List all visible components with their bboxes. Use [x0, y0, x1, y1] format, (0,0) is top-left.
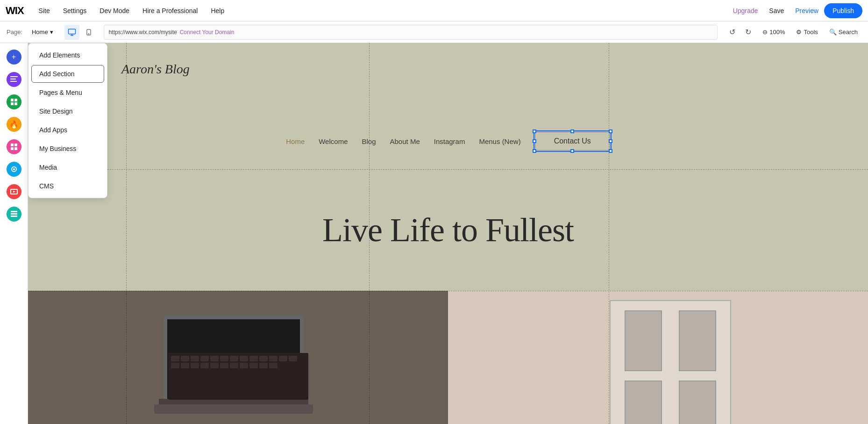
menu-cms[interactable]: CMS [31, 177, 104, 195]
add-elements-icon: + [7, 50, 21, 65]
menu-add-elements[interactable]: Add Elements [31, 46, 104, 64]
svg-rect-5 [10, 81, 17, 82]
hero-section: Live Life to Fullest [28, 169, 868, 291]
connect-domain-link[interactable]: Connect Your Domain [180, 29, 235, 36]
business-icon [7, 162, 21, 177]
svg-rect-6 [11, 99, 14, 101]
menu-pages-menu[interactable]: Pages & Menu [31, 84, 104, 101]
menu-add-section[interactable]: Add Section [31, 65, 104, 83]
svg-rect-11 [14, 144, 17, 146]
undo-redo-group: ↺ ↻ [725, 25, 755, 39]
undo-button[interactable]: ↺ [725, 25, 739, 39]
nav-site[interactable]: Site [32, 0, 57, 22]
svg-rect-3 [10, 76, 18, 77]
svg-rect-0 [68, 29, 75, 34]
photo-grid [28, 291, 868, 424]
nav-hire[interactable]: Hire a Professional [136, 0, 204, 22]
page-selector[interactable]: Home ▾ [28, 27, 57, 37]
search-button[interactable]: 🔍 Search [825, 27, 861, 37]
tools-icon: ⚙ [796, 29, 802, 36]
guide-line-h1 [28, 169, 868, 170]
sidebar-cms[interactable] [4, 204, 24, 224]
save-button[interactable]: Save [763, 7, 790, 14]
main-area: + 🔥 [0, 43, 868, 424]
url-text: https://www.wix.com/mysite [109, 29, 177, 36]
sidebar-media[interactable] [4, 181, 24, 202]
svg-rect-9 [14, 102, 17, 105]
cms-icon [7, 207, 21, 222]
zoom-icon: ⊖ [762, 29, 768, 36]
guide-line-v1 [126, 43, 127, 424]
svg-rect-20 [11, 216, 17, 217]
upgrade-button[interactable]: Upgrade [727, 7, 764, 14]
site-preview: Aaron's Blog Home Welcome Blog About Me … [28, 43, 868, 424]
svg-rect-18 [11, 211, 17, 212]
guide-line-h2 [28, 291, 868, 291]
tools-button[interactable]: ⚙ Tools [792, 27, 821, 37]
site-header: Aaron's Blog Home Welcome Blog About Me … [28, 43, 868, 169]
handle-tm [570, 129, 574, 133]
svg-rect-12 [11, 147, 14, 150]
chevron-down-icon: ▾ [50, 29, 53, 36]
elements-icon [7, 94, 21, 109]
menu-add-apps[interactable]: Add Apps [31, 121, 104, 139]
svg-rect-13 [14, 147, 17, 150]
device-toggle [64, 25, 96, 40]
svg-rect-4 [10, 79, 16, 79]
sidebar-elements[interactable] [4, 92, 24, 112]
nav-menus[interactable]: Menus (New) [479, 137, 520, 145]
svg-rect-10 [11, 144, 14, 146]
zoom-control[interactable]: ⊖ 100% [759, 27, 789, 37]
second-bar: Page: Home ▾ https://www.wix.com/mysite … [0, 22, 868, 43]
nav-help[interactable]: Help [204, 0, 231, 22]
mobile-view-button[interactable] [81, 25, 96, 40]
photo-right [448, 291, 868, 424]
top-bar: WIX Site Settings Dev Mode Hire a Profes… [0, 0, 868, 22]
handle-lm [533, 139, 536, 143]
sidebar-business[interactable] [4, 159, 24, 180]
popup-menu: Add Elements Add Section Pages & Menu Si… [28, 43, 107, 198]
svg-point-15 [13, 168, 15, 170]
guide-line-v2 [369, 43, 370, 424]
svg-point-2 [88, 33, 89, 34]
sidebar: + 🔥 [0, 43, 28, 424]
redo-button[interactable]: ↻ [741, 25, 755, 39]
sidebar-apps[interactable] [4, 137, 24, 157]
site-navigation: Home Welcome Blog About Me Instagram Men… [28, 132, 868, 151]
canvas-area: Aaron's Blog Home Welcome Blog About Me … [28, 43, 868, 424]
nav-home[interactable]: Home [286, 137, 305, 145]
menu-media[interactable]: Media [31, 158, 104, 176]
desktop-view-button[interactable] [64, 25, 79, 40]
sidebar-design[interactable]: 🔥 [4, 114, 24, 135]
svg-rect-7 [14, 99, 17, 101]
current-page: Home [32, 29, 48, 36]
hero-heading: Live Life to Fullest [322, 211, 574, 250]
nav-settings[interactable]: Settings [57, 0, 93, 22]
handle-bl [533, 149, 536, 153]
contact-us-label: Contact Us [554, 137, 591, 145]
menu-site-design[interactable]: Site Design [31, 102, 104, 120]
handle-bm [570, 149, 574, 153]
nav-instagram[interactable]: Instagram [434, 137, 465, 145]
menu-my-business[interactable]: My Business [31, 140, 104, 158]
svg-marker-17 [13, 191, 15, 193]
svg-rect-8 [11, 102, 14, 105]
contact-us-button[interactable]: Contact Us [535, 132, 610, 151]
nav-about[interactable]: About Me [390, 137, 420, 145]
url-bar[interactable]: https://www.wix.com/mysite Connect Your … [104, 25, 718, 40]
sidebar-add[interactable]: + [4, 47, 24, 67]
media-icon [7, 184, 21, 199]
page-label: Page: [7, 29, 22, 36]
nav-devmode[interactable]: Dev Mode [93, 0, 136, 22]
sidebar-pages[interactable] [4, 69, 24, 90]
wix-logo: WIX [6, 5, 24, 17]
preview-button[interactable]: Preview [790, 7, 824, 14]
apps-icon [7, 139, 21, 154]
publish-button[interactable]: Publish [824, 3, 862, 18]
search-label: Search [839, 29, 858, 36]
zoom-level: 100% [769, 29, 785, 36]
design-icon: 🔥 [7, 117, 21, 132]
guide-line-v3 [609, 43, 609, 424]
nav-welcome[interactable]: Welcome [319, 137, 348, 145]
search-icon: 🔍 [829, 29, 837, 36]
